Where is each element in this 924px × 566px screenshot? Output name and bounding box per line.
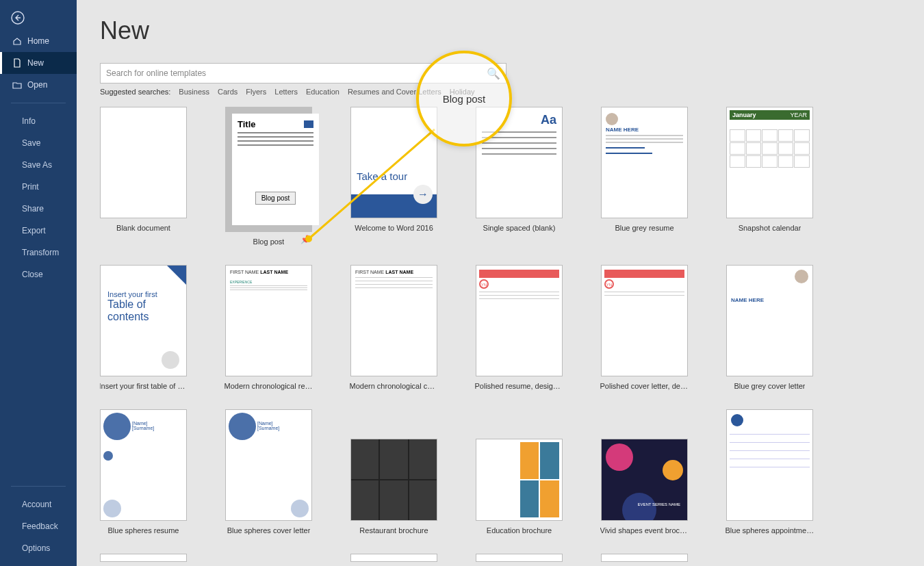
blog-title-text: Title [238, 119, 313, 129]
template-thumb: Title Blog post [232, 114, 319, 225]
template-polished-resume[interactable]: YN Polished resume, designed b… [476, 265, 563, 390]
template-thumb: NAME HERE [726, 265, 813, 376]
sidebar-item-print[interactable]: Print [0, 176, 77, 198]
sidebar-item-home[interactable]: Home [0, 30, 77, 52]
page-title: New [100, 16, 149, 45]
template-thumb: YN [476, 265, 563, 376]
template-thumb: JanuaryYEAR [726, 107, 813, 218]
template-label: Vivid shapes event brochure [600, 526, 689, 535]
template-thumb [100, 554, 187, 562]
sidebar-item-feedback[interactable]: Feedback [0, 515, 77, 537]
chat-icon [304, 120, 313, 128]
template-label: Welcome to Word 2016 [355, 224, 433, 232]
template-card[interactable] [350, 554, 437, 562]
template-thumb [100, 107, 187, 218]
template-label: Blue spheres appointment cal… [726, 526, 814, 535]
template-thumb [350, 439, 437, 521]
template-restaurant-brochure[interactable]: Restaurant brochure [350, 409, 437, 535]
search-icon[interactable]: 🔍 [487, 67, 500, 80]
template-snapshot-calendar[interactable]: JanuaryYEAR Snapshot calendar [726, 107, 813, 246]
template-label: Single spaced (blank) [483, 224, 556, 232]
template-thumb: Take a tour → [350, 107, 437, 218]
yn-badge: YN [479, 279, 489, 289]
sidebar-item-close[interactable]: Close [0, 263, 77, 285]
template-grid: Blank document Title Blog post Blog post… [100, 107, 910, 566]
suggested-link[interactable]: Education [306, 88, 339, 96]
template-blank-document[interactable]: Blank document [100, 107, 187, 246]
folder-icon [12, 80, 22, 90]
home-icon [12, 36, 22, 46]
suggested-link[interactable]: Flyers [246, 88, 266, 96]
template-single-spaced[interactable]: Aa Single spaced (blank) [476, 107, 563, 246]
template-polished-cover[interactable]: YN Polished cover letter, designe… [601, 265, 688, 390]
new-badge [167, 266, 186, 285]
sidebar-item-new[interactable]: New [0, 52, 77, 74]
vivid-text: EVENT SERIES NAME [637, 502, 680, 506]
arrow-right-icon: → [413, 185, 433, 204]
template-label: Blank document [116, 224, 170, 232]
template-thumb: [Name][Surname] [100, 409, 187, 521]
template-blog-post[interactable]: Title Blog post Blog post 📌 [225, 107, 312, 246]
template-label: Blue grey resume [615, 224, 673, 232]
avatar-icon [606, 113, 618, 125]
sidebar-divider [11, 103, 66, 103]
sidebar-item-open[interactable]: Open [0, 74, 77, 96]
back-button[interactable] [0, 0, 77, 25]
sidebar-item-info[interactable]: Info [0, 110, 77, 132]
sidebar-item-options[interactable]: Options [0, 537, 77, 559]
template-thumb [476, 439, 563, 521]
ln: LAST NAME [385, 270, 413, 274]
fn: FIRST NAME [230, 270, 259, 274]
template-thumb [350, 554, 437, 562]
suggested-label: Suggested searches: [100, 88, 170, 96]
template-label: Modern chronological cover l… [350, 382, 439, 390]
toc-line1: Insert your first [107, 290, 179, 298]
suggested-link[interactable]: Cards [218, 88, 238, 96]
suggested-link[interactable]: Holiday [450, 88, 475, 96]
template-blue-spheres-cover[interactable]: [Name][Surname] Blue spheres cover lette… [225, 409, 312, 535]
template-search[interactable]: Search for online templates 🔍 [100, 63, 506, 83]
suggested-link[interactable]: Resumes and Cover Letters [348, 88, 441, 96]
arrow-icon [162, 351, 179, 369]
suggested-link[interactable]: Business [179, 88, 209, 96]
template-thumb: Insert your first Table of contents [100, 265, 187, 376]
template-thumb: Aa [476, 107, 563, 218]
template-table-of-contents[interactable]: Insert your first Table of contents Inse… [100, 265, 187, 390]
template-label: Education brochure [487, 526, 552, 535]
template-card[interactable] [476, 554, 563, 562]
suggested-link[interactable]: Letters [274, 88, 298, 96]
template-thumb: NAME HERE [601, 107, 688, 218]
sidebar-label: Home [27, 36, 49, 46]
template-blue-spheres-appt[interactable]: Blue spheres appointment cal… [726, 409, 813, 535]
template-card[interactable] [100, 554, 187, 562]
template-blue-grey-cover[interactable]: NAME HERE Blue grey cover letter [726, 265, 813, 390]
template-chron-cover[interactable]: FIRST NAME LAST NAME Modern chronologica… [350, 265, 437, 390]
template-chron-resume[interactable]: FIRST NAME LAST NAME EXPERIENCE Modern c… [225, 265, 312, 390]
yn-badge: YN [604, 279, 614, 289]
template-welcome[interactable]: Take a tour → Welcome to Word 2016 [350, 107, 437, 246]
template-thumb [726, 409, 813, 521]
template-blue-grey-resume[interactable]: NAME HERE Blue grey resume [601, 107, 688, 246]
search-placeholder: Search for online templates [106, 68, 206, 78]
template-thumb: FIRST NAME LAST NAME [350, 265, 437, 376]
suggested-searches: Suggested searches: Business Cards Flyer… [100, 88, 475, 96]
pin-icon[interactable]: 📌 [300, 235, 311, 244]
ln: LAST NAME [260, 270, 288, 274]
template-thumb: YN [601, 265, 688, 376]
sidebar-item-transform[interactable]: Transform [0, 242, 77, 263]
sidebar-item-share[interactable]: Share [0, 198, 77, 220]
sidebar-item-export[interactable]: Export [0, 220, 77, 242]
template-card[interactable] [601, 554, 688, 562]
avatar-icon [795, 270, 808, 283]
sphere-icon [731, 414, 743, 426]
template-thumb [476, 554, 563, 562]
sidebar-item-save-as[interactable]: Save As [0, 154, 77, 176]
cover-name: NAME HERE [731, 297, 808, 303]
template-vivid-brochure[interactable]: EVENT SERIES NAME Vivid shapes event bro… [601, 409, 688, 535]
aa-text: Aa [482, 113, 556, 127]
sidebar-item-save[interactable]: Save [0, 132, 77, 154]
template-blue-spheres-resume[interactable]: [Name][Surname] Blue spheres resume [100, 409, 187, 535]
template-education-brochure[interactable]: Education brochure [476, 409, 563, 535]
sidebar-item-account[interactable]: Account [0, 493, 77, 515]
main-area: New Search for online templates 🔍 Sugges… [77, 0, 924, 566]
